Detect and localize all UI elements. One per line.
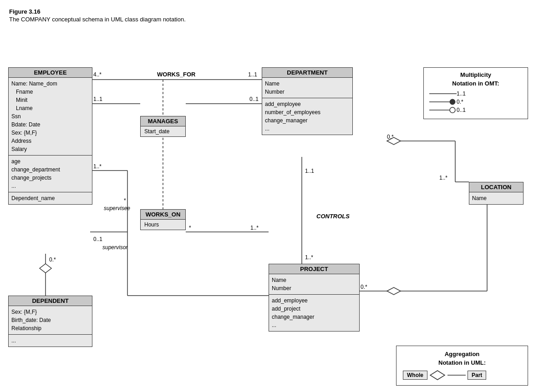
- department-header: DEPARTMENT: [262, 68, 352, 78]
- employee-header: EMPLOYEE: [9, 68, 92, 78]
- svg-text:0..1: 0..1: [93, 236, 102, 242]
- aggregation-row: Whole Part: [403, 370, 521, 381]
- svg-text:1..*: 1..*: [439, 175, 447, 181]
- svg-text:0..1: 0..1: [249, 96, 259, 102]
- notation-label-0-1: 0..1: [457, 107, 466, 113]
- svg-text:0.*: 0.*: [49, 256, 56, 263]
- manages-attributes: Start_date: [141, 126, 185, 136]
- svg-point-48: [450, 107, 455, 113]
- notation-row-1: 1..1: [429, 90, 522, 97]
- dependent-attributes: Sex: {M,F} Birth_date: Date Relationship: [9, 306, 92, 335]
- employee-attributes: Name: Name_dom Fname Minit Lname Ssn Bda…: [9, 78, 92, 156]
- location-class: LOCATION Name: [469, 182, 524, 205]
- employee-class: EMPLOYEE Name: Name_dom Fname Minit Lnam…: [8, 67, 92, 205]
- works-on-attributes: Hours: [141, 220, 185, 230]
- dependent-header: DEPENDENT: [9, 296, 92, 306]
- svg-text:supervisee: supervisee: [104, 205, 130, 211]
- svg-marker-39: [387, 287, 401, 295]
- employee-dependent-name: Dependent_name: [9, 192, 92, 204]
- aggregation-title2: Notation in UML:: [403, 359, 521, 366]
- notation-label-1-1: 1..1: [457, 90, 466, 97]
- notation-label-0-star: 0.*: [457, 99, 463, 105]
- part-box: Part: [468, 371, 486, 380]
- department-attributes: Name Number: [262, 78, 352, 98]
- svg-point-46: [450, 99, 455, 105]
- department-class: DEPARTMENT Name Number add_employee numb…: [262, 67, 353, 135]
- page-container: Figure 3.16 The COMPANY conceptual schem…: [0, 0, 549, 392]
- svg-text:1..1: 1..1: [93, 96, 102, 102]
- svg-text:WORKS_FOR: WORKS_FOR: [157, 71, 196, 78]
- department-methods: add_employee number_of_employees change_…: [262, 98, 352, 135]
- svg-text:1..*: 1..*: [305, 254, 313, 261]
- svg-text:*: *: [124, 197, 126, 204]
- svg-text:1..1: 1..1: [248, 71, 257, 78]
- project-methods: add_employee add_project change_manager …: [269, 295, 359, 331]
- whole-box: Whole: [403, 371, 427, 380]
- aggregation-notation-box: Aggregation Notation in UML: Whole Part: [396, 346, 528, 386]
- aggregation-line-icon: [447, 372, 466, 378]
- svg-marker-49: [430, 371, 445, 380]
- figure-title: Figure 3.16: [9, 8, 540, 15]
- project-header: PROJECT: [269, 264, 359, 274]
- notation-row-2: 0.*: [429, 99, 522, 105]
- svg-marker-41: [40, 264, 51, 273]
- svg-marker-32: [387, 137, 401, 145]
- project-attributes: Name Number: [269, 274, 359, 295]
- aggregation-title1: Aggregation: [403, 351, 521, 357]
- multiplicity-notation-box: Multiplicity Notation in OMT: 1..1 0.* 0…: [423, 67, 528, 119]
- dependent-class: DEPENDENT Sex: {M,F} Birth_date: Date Re…: [8, 296, 92, 347]
- svg-text:*: *: [189, 225, 191, 231]
- dependent-methods: ...: [9, 335, 92, 347]
- multiplicity-title2: Notation in OMT:: [429, 80, 522, 87]
- svg-text:1..*: 1..*: [93, 163, 102, 170]
- notation-line-0-star: [429, 99, 457, 105]
- location-attributes: Name: [469, 192, 523, 204]
- works-on-box: WORKS_ON Hours: [140, 209, 186, 230]
- notation-row-3: 0..1: [429, 107, 522, 113]
- svg-text:4..*: 4..*: [93, 71, 102, 78]
- svg-text:0.*: 0.*: [361, 284, 367, 290]
- manages-header: MANAGES: [141, 116, 185, 126]
- svg-text:0.*: 0.*: [387, 134, 394, 140]
- svg-text:supervisor: supervisor: [102, 244, 128, 251]
- manages-box: MANAGES Start_date: [140, 116, 186, 137]
- works-on-header: WORKS_ON: [141, 210, 185, 220]
- aggregation-diamond-icon: [429, 370, 446, 381]
- svg-text:CONTROLS: CONTROLS: [316, 213, 350, 220]
- multiplicity-title1: Multiplicity: [429, 71, 522, 78]
- notation-line-0-1: [429, 107, 457, 113]
- svg-text:1..1: 1..1: [305, 168, 314, 174]
- notation-line-1-1: [429, 90, 457, 97]
- employee-methods: age change_department change_projects ..…: [9, 156, 92, 192]
- project-class: PROJECT Name Number add_employee add_pro…: [269, 264, 360, 332]
- figure-caption: The COMPANY conceptual schema in UML cla…: [9, 16, 540, 23]
- svg-text:1..*: 1..*: [250, 225, 259, 231]
- location-header: LOCATION: [469, 182, 523, 192]
